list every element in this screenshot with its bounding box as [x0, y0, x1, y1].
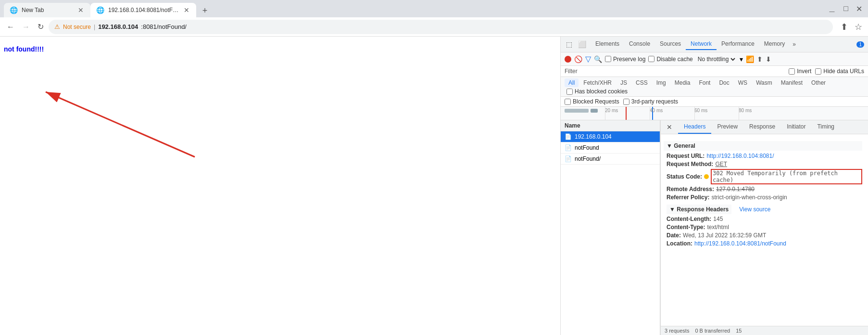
content-type-row: Content-Type: text/html	[667, 224, 862, 231]
wifi-icon[interactable]: 📶	[746, 55, 754, 63]
maximize-button[interactable]: □	[842, 2, 850, 15]
record-button[interactable]	[565, 56, 571, 63]
tab-sources[interactable]: Sources	[655, 39, 686, 50]
detail-tab-timing[interactable]: Timing	[811, 120, 840, 134]
blocked-requests-checkbox[interactable]	[565, 99, 571, 105]
disable-cache-checkbox[interactable]	[648, 56, 654, 62]
upload-icon[interactable]: ⬆	[757, 55, 763, 63]
tab-memory[interactable]: Memory	[759, 39, 790, 50]
tab-close-2[interactable]: ✕	[183, 5, 190, 15]
tab-app[interactable]: 🌐 192.168.0.104:8081/notFound... ✕	[90, 3, 196, 17]
requests-count: 3 requests	[665, 328, 689, 334]
request-item-2[interactable]: 📄 notFound	[561, 142, 660, 154]
date-key: Date:	[667, 232, 681, 239]
invert-checkbox[interactable]	[789, 68, 795, 75]
request-method-value: GET	[715, 161, 727, 168]
detail-tab-initiator[interactable]: Initiator	[781, 120, 811, 134]
address-host: 192.168.0.104	[98, 23, 138, 30]
req-name-2: notFound	[575, 144, 656, 151]
new-tab-button[interactable]: +	[198, 4, 212, 17]
type-js[interactable]: JS	[616, 78, 631, 87]
has-blocked-cookies-checkbox[interactable]	[566, 89, 573, 95]
tab-close-1[interactable]: ✕	[77, 5, 85, 15]
throttle-dropdown-icon[interactable]: ▾	[740, 55, 743, 63]
request-item-3[interactable]: 📄 notFound/	[561, 154, 660, 165]
referrer-policy-key: Referrer Policy:	[667, 194, 709, 201]
detail-tab-preview[interactable]: Preview	[711, 120, 743, 134]
type-all[interactable]: All	[565, 78, 579, 87]
minimize-button[interactable]: ＿	[826, 2, 838, 16]
not-secure-label: Not secure	[63, 24, 91, 30]
location-key: Location:	[667, 240, 692, 247]
request-list-header: Name	[561, 120, 660, 131]
filter-toggle-icon[interactable]: ▽	[585, 54, 591, 64]
preserve-log-label[interactable]: Preserve log	[605, 56, 645, 63]
address-input[interactable]: ⚠ Not secure | 192.168.0.104 :8081/notFo…	[49, 20, 833, 34]
tab-new-tab[interactable]: 🌐 New Tab ✕	[4, 3, 90, 17]
hide-data-urls-label[interactable]: Hide data URLs	[815, 68, 864, 75]
type-other[interactable]: Other	[807, 78, 830, 87]
request-url-row: Request URL: http://192.168.0.104:8081/	[667, 153, 862, 159]
status-code-value: 302 Moved Temporarily (from prefetch cac…	[711, 169, 862, 184]
hide-data-urls-checkbox[interactable]	[815, 68, 821, 75]
back-button[interactable]: ←	[4, 21, 17, 33]
main-area: not found!!!! ⬚ ⬜ Elements Consol	[0, 37, 868, 335]
invert-label[interactable]: Invert	[789, 68, 811, 75]
status-indicator	[704, 174, 709, 179]
clear-button[interactable]: 🚫	[574, 55, 582, 63]
download-icon[interactable]: ⬇	[766, 55, 771, 63]
refresh-button[interactable]: ↻	[35, 20, 47, 33]
device-icon[interactable]: ⬜	[577, 39, 588, 50]
status-code-key: Status Code:	[667, 173, 702, 180]
third-party-checkbox[interactable]	[623, 99, 629, 105]
throttle-select[interactable]: No throttling	[696, 55, 737, 63]
not-found-text: not found!!!!	[4, 45, 44, 53]
forward-button[interactable]: →	[19, 21, 33, 33]
has-blocked-cookies-label[interactable]: Has blocked cookies	[566, 88, 628, 95]
preserve-log-checkbox[interactable]	[605, 56, 611, 62]
detail-tab-response[interactable]: Response	[743, 120, 781, 134]
type-img[interactable]: Img	[653, 78, 670, 87]
tab-favicon-1: 🌐	[10, 6, 18, 14]
type-css[interactable]: CSS	[632, 78, 652, 87]
request-item-1[interactable]: 📄 192.168.0.104	[561, 131, 660, 142]
detail-close-button[interactable]: ✕	[665, 121, 674, 133]
tab-console[interactable]: Console	[624, 39, 655, 50]
blocked-requests-label[interactable]: Blocked Requests	[565, 98, 619, 105]
type-wasm[interactable]: Wasm	[752, 78, 776, 87]
tab-elements[interactable]: Elements	[591, 39, 624, 50]
tab-performance[interactable]: Performance	[717, 39, 759, 50]
req-name-1: 192.168.0.104	[575, 133, 656, 140]
type-filter-bar: All Fetch/XHR JS CSS Img Media Font Doc …	[561, 77, 868, 97]
detail-tab-headers[interactable]: Headers	[678, 120, 711, 134]
timeline-marker-20ms: 20 ms	[605, 108, 618, 113]
type-ws[interactable]: WS	[734, 78, 751, 87]
network-split: Name 📄 192.168.0.104 📄 notFound	[561, 120, 868, 335]
view-source-button[interactable]: View source	[739, 206, 770, 213]
disable-cache-label[interactable]: Disable cache	[648, 56, 692, 63]
filter-input[interactable]	[581, 68, 785, 75]
tab-network[interactable]: Network	[686, 39, 717, 50]
tab-title-2: 192.168.0.104:8081/notFound...	[108, 7, 179, 13]
transferred-amount: 0 B transferred	[695, 328, 730, 334]
search-button[interactable]: 🔍	[594, 55, 602, 63]
third-party-label[interactable]: 3rd-party requests	[623, 98, 678, 105]
type-manifest[interactable]: Manifest	[777, 78, 806, 87]
type-font[interactable]: Font	[695, 78, 714, 87]
devtools-toolbar: ⬚ ⬜ Elements Console Sources Network Per…	[561, 37, 868, 52]
detail-tabs: ✕ Headers Preview Response Initiator Tim…	[661, 120, 868, 134]
location-value: http://192.168.0.104:8081/notFound	[694, 240, 786, 247]
bookmark-icon[interactable]: ☆	[853, 20, 864, 34]
type-doc[interactable]: Doc	[715, 78, 733, 87]
inspect-icon[interactable]: ⬚	[565, 39, 574, 50]
share-icon[interactable]: ⬆	[839, 20, 850, 34]
detail-pane: ✕ Headers Preview Response Initiator Tim…	[660, 120, 868, 335]
more-tabs-button[interactable]: »	[790, 39, 799, 50]
devtools-status-bar: 3 requests 0 B transferred 15	[661, 326, 868, 335]
close-button[interactable]: ✕	[854, 2, 864, 15]
type-media[interactable]: Media	[671, 78, 694, 87]
browser-frame: 🌐 New Tab ✕ 🌐 192.168.0.104:8081/notFoun…	[0, 0, 868, 335]
type-fetch-xhr[interactable]: Fetch/XHR	[579, 78, 616, 87]
timeline-marker-60ms: 60 ms	[694, 108, 707, 113]
devtools-panel: ⬚ ⬜ Elements Console Sources Network Per…	[560, 37, 868, 335]
